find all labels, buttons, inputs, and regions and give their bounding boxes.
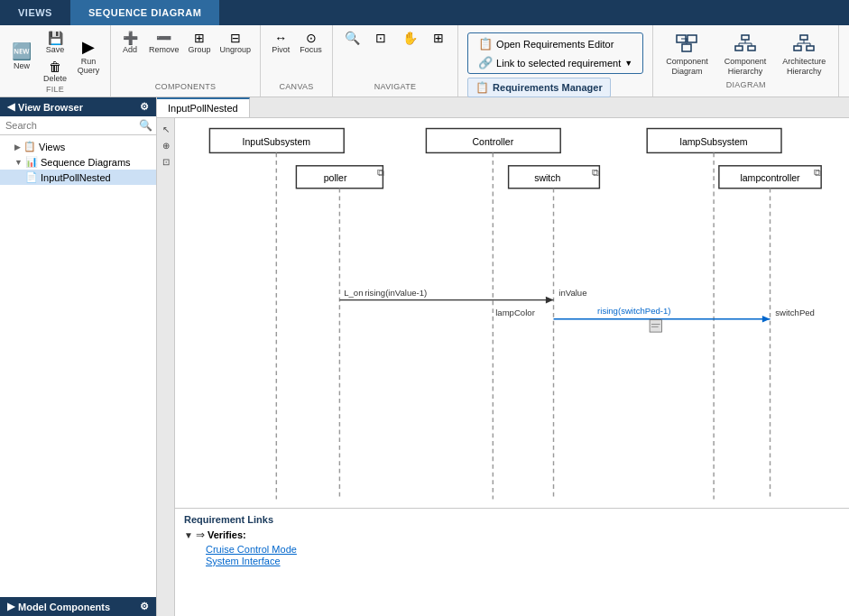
seq-diagrams-icon: 📊 — [25, 156, 38, 168]
svg-text:inValue: inValue — [558, 288, 586, 298]
collapse-icon: ▼ — [184, 530, 193, 540]
sidebar-settings-icon[interactable]: ⚙ — [140, 101, 149, 113]
search-icon: 🔍 — [139, 119, 152, 132]
req-editor-icon: 📋 — [478, 37, 493, 51]
svg-rect-1 — [688, 35, 697, 42]
remove-button[interactable]: ➖ Remove — [145, 29, 183, 56]
zoom-in-icon: 🔍 — [345, 31, 360, 45]
svg-rect-14 — [807, 46, 814, 51]
footer-settings-icon[interactable]: ⚙ — [140, 601, 149, 612]
svg-text:Controller: Controller — [472, 136, 513, 147]
toolbar-group-components: ➕ Add ➖ Remove ⊞ Group ⊟ Ungroup COMPONE… — [111, 25, 261, 97]
toolbar-group-requirement: 📋 Open Requirements Editor 🔗 Link to sel… — [458, 25, 653, 97]
diagram-canvas: InputSubsystem Controller lampSubsystem … — [175, 118, 849, 616]
link-icon: 🔗 — [478, 56, 493, 69]
component-diagram-icon — [676, 34, 697, 55]
svg-rect-6 — [735, 46, 743, 51]
select-icon: ⊞ — [433, 31, 444, 45]
fit-icon: ⊡ — [375, 31, 386, 45]
footer-expand-icon: ▶ — [7, 601, 14, 612]
component-hierarchy-button[interactable]: ComponentHierarchy — [717, 31, 774, 80]
expand-icon: ▼ — [14, 158, 23, 167]
new-button[interactable]: 🆕 New — [5, 41, 38, 73]
svg-text:⧉: ⧉ — [377, 167, 384, 178]
doc-tab-input-poll-nested[interactable]: InputPollNested — [157, 97, 250, 117]
group-icon: ⊞ — [194, 31, 205, 45]
req-manager-icon: 📋 — [475, 81, 489, 94]
toolbar-group-canvas: ↔ Pivot ⊙ Focus CANVAS — [261, 25, 333, 97]
svg-text:⧉: ⧉ — [592, 167, 599, 178]
remove-icon: ➖ — [156, 31, 171, 45]
component-hierarchy-icon — [734, 34, 756, 55]
svg-marker-42 — [546, 297, 554, 304]
component-diagram-button[interactable]: ComponentDiagram — [659, 31, 715, 80]
ungroup-icon: ⊟ — [230, 31, 241, 45]
canvas-with-vtb: ↖ ⊕ ⊡ InputSubsystem Controller — [157, 118, 849, 616]
tab-sequence-diagram[interactable]: SEQUENCE DIAGRAM — [70, 0, 219, 25]
ungroup-button[interactable]: ⊟ Ungroup — [217, 29, 255, 56]
focus-icon: ⊙ — [306, 31, 317, 45]
vertical-toolbar: ↖ ⊕ ⊡ — [157, 118, 175, 616]
svg-text:lampcontroller: lampcontroller — [740, 172, 800, 183]
svg-text:switchPed: switchPed — [775, 308, 815, 317]
tab-bar: VIEWS SEQUENCE DIAGRAM — [0, 0, 849, 25]
svg-rect-12 — [800, 35, 807, 40]
svg-marker-47 — [762, 316, 771, 323]
link-req-dropdown-icon: ▼ — [624, 59, 632, 68]
open-req-editor-button[interactable]: 📋 Open Requirements Editor — [474, 35, 637, 52]
sidebar-collapse-icon[interactable]: ◀ — [7, 101, 14, 113]
pan-icon: ✋ — [402, 31, 418, 45]
toolbar-group-diagram: ComponentDiagram ComponentHierarchy Arch… — [653, 25, 839, 97]
save-button[interactable]: 💾 Save — [40, 29, 70, 56]
doc-tabs: InputPollNested — [157, 97, 849, 118]
delete-icon: 🗑 — [49, 60, 61, 74]
toolbar-group-file: 🆕 New 💾 Save 🗑 Delete ▶ RunQuery FILE — [0, 25, 111, 97]
svg-text:lampSubsystem: lampSubsystem — [680, 136, 748, 147]
sidebar-item-sequence-diagrams[interactable]: ▼ 📊 Sequence Diagrams — [0, 154, 156, 170]
link-req-button[interactable]: 🔗 Link to selected requirement ▼ — [474, 54, 637, 71]
views-icon: 📋 — [23, 141, 36, 152]
req-manager-button[interactable]: 📋 Requirements Manager — [467, 78, 611, 97]
svg-text:lampColor: lampColor — [495, 308, 535, 317]
pan-button[interactable]: ✋ — [396, 29, 423, 47]
svg-text:rising(inValue-1): rising(inValue-1) — [365, 288, 427, 298]
pivot-button[interactable]: ↔ Pivot — [267, 29, 294, 56]
toolbar-group-navigate: 🔍 ⊡ ✋ ⊞ NAVIGATE — [333, 25, 458, 97]
req-link-system-interface[interactable]: System Interface — [206, 556, 840, 566]
select-button[interactable]: ⊞ — [425, 29, 452, 47]
svg-text:poller: poller — [324, 172, 347, 183]
tab-views[interactable]: VIEWS — [0, 0, 70, 25]
req-link-cruise-control[interactable]: Cruise Control Mode — [206, 544, 840, 555]
diagram-icon: 📄 — [25, 171, 38, 183]
vert-zoom-btn[interactable]: ⊕ — [159, 138, 173, 152]
bottom-panel: Requirement Links ▼ ⇒ Verifies: Cruise C… — [175, 508, 849, 616]
sidebar-item-views[interactable]: ▶ 📋 Views — [0, 139, 156, 154]
main-layout: ◀ View Browser ⚙ 🔍 ▶ 📋 Views ▼ 📊 Sequenc… — [0, 97, 849, 616]
focus-button[interactable]: ⊙ Focus — [296, 29, 326, 56]
toolbar: 🆕 New 💾 Save 🗑 Delete ▶ RunQuery FILE — [0, 25, 849, 97]
sidebar: ◀ View Browser ⚙ 🔍 ▶ 📋 Views ▼ 📊 Sequenc… — [0, 97, 157, 616]
content-area: InputPollNested ↖ ⊕ ⊡ InputSubsystem — [157, 97, 849, 616]
sidebar-item-input-poll-nested[interactable]: 📄 InputPollNested — [0, 170, 156, 185]
group-button[interactable]: ⊞ Group — [185, 29, 215, 56]
svg-rect-7 — [748, 46, 755, 51]
pivot-icon: ↔ — [274, 31, 287, 45]
add-button[interactable]: ➕ Add — [116, 29, 143, 56]
svg-rect-50 — [650, 320, 661, 332]
run-query-button[interactable]: ▶ RunQuery — [72, 29, 105, 85]
requirement-links-title: Requirement Links — [184, 514, 840, 525]
sidebar-footer-model-components[interactable]: ▶ Model Components ⚙ — [0, 597, 156, 616]
architecture-hierarchy-button[interactable]: ArchitectureHierarchy — [775, 31, 833, 80]
svg-text:switch: switch — [534, 172, 560, 183]
add-icon: ➕ — [123, 31, 138, 45]
svg-text:rising(switchPed-1): rising(switchPed-1) — [597, 306, 670, 316]
new-icon: 🆕 — [12, 43, 32, 60]
zoom-in-button[interactable]: 🔍 — [338, 29, 365, 47]
svg-rect-2 — [682, 44, 691, 51]
vert-select-btn[interactable]: ↖ — [159, 122, 173, 136]
architecture-hierarchy-icon — [793, 34, 815, 55]
vert-fit-btn[interactable]: ⊡ — [159, 154, 173, 169]
search-input[interactable] — [4, 118, 139, 133]
delete-button[interactable]: 🗑 Delete — [40, 58, 70, 85]
fit-button[interactable]: ⊡ — [367, 29, 394, 47]
